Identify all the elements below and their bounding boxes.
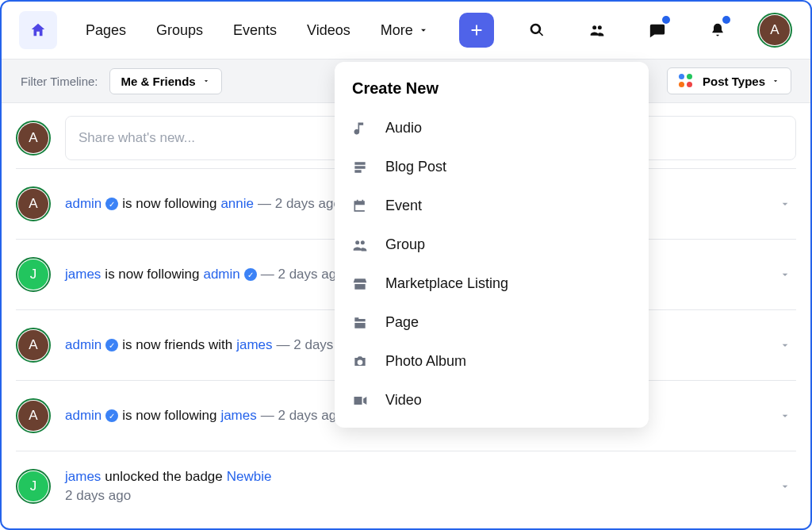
menu-item-label: Audio xyxy=(385,120,422,136)
search-icon xyxy=(529,22,545,38)
feed-avatar[interactable]: J xyxy=(16,257,51,292)
feed-item-menu[interactable] xyxy=(779,268,791,281)
feed-item-menu[interactable] xyxy=(779,198,791,210)
feed-avatar[interactable]: A xyxy=(16,328,51,363)
post-types-label: Post Types xyxy=(703,75,765,88)
actor-link[interactable]: admin xyxy=(65,408,102,424)
feed-verb: unlocked the badge xyxy=(105,469,222,485)
notifications-button[interactable] xyxy=(700,13,735,48)
notification-dot xyxy=(662,16,670,24)
notification-dot xyxy=(722,16,730,24)
chevron-down-icon xyxy=(779,409,791,422)
menu-item-label: Event xyxy=(385,198,422,214)
page-icon xyxy=(352,315,368,331)
avatar: J xyxy=(18,471,48,501)
nav-groups[interactable]: Groups xyxy=(156,22,203,39)
avatar: A xyxy=(18,330,48,360)
grid-dots-icon xyxy=(679,74,693,88)
actor-link[interactable]: admin xyxy=(65,337,102,353)
home-icon xyxy=(29,21,47,39)
create-menu-item-market[interactable]: Marketplace Listing xyxy=(335,264,649,303)
menu-item-label: Blog Post xyxy=(385,159,446,175)
filter-selected: Me & Friends xyxy=(121,75,196,88)
friends-button[interactable] xyxy=(580,13,615,48)
target-link[interactable]: james xyxy=(220,408,256,424)
target-link[interactable]: admin xyxy=(203,267,239,282)
feed-text: jamesunlocked the badgeNewbie2 days ago xyxy=(65,469,271,504)
chat-icon xyxy=(649,21,666,39)
create-menu-item-audio[interactable]: Audio xyxy=(335,109,649,148)
compose-avatar[interactable]: A xyxy=(16,121,51,156)
create-menu-title: Create New xyxy=(335,76,649,109)
feed-avatar[interactable]: J xyxy=(16,469,51,504)
feed-avatar[interactable]: A xyxy=(16,186,51,221)
verified-badge-icon: ✓ xyxy=(244,268,257,281)
feed-text: admin✓is now friends withjames— 2 days a… xyxy=(65,337,359,353)
home-button[interactable] xyxy=(19,11,57,49)
verified-badge-icon: ✓ xyxy=(105,409,118,422)
chevron-down-icon xyxy=(779,268,791,281)
create-menu-item-group[interactable]: Group xyxy=(335,225,649,264)
feed-item: Jjamesunlocked the badgeNewbie2 days ago xyxy=(16,451,796,521)
bell-icon xyxy=(710,21,726,39)
chevron-down-icon xyxy=(779,198,791,210)
plus-icon xyxy=(468,21,485,39)
feed-time: 2 days ago xyxy=(65,488,131,504)
audio-icon xyxy=(352,121,368,136)
create-menu-item-photo[interactable]: Photo Album xyxy=(335,342,649,381)
filter-dropdown[interactable]: Me & Friends xyxy=(109,68,222,94)
blog-icon xyxy=(352,159,368,175)
menu-item-label: Marketplace Listing xyxy=(385,275,508,292)
nav-videos[interactable]: Videos xyxy=(307,22,350,39)
actor-link[interactable]: james xyxy=(65,469,101,485)
avatar: A xyxy=(760,15,790,45)
feed-text: jamesis now followingadmin✓— 2 days ago xyxy=(65,267,344,282)
chevron-down-icon xyxy=(418,25,429,36)
nav-more[interactable]: More xyxy=(381,22,429,39)
nav-more-label: More xyxy=(381,22,413,39)
profile-avatar-button[interactable]: A xyxy=(757,13,792,48)
market-icon xyxy=(352,276,368,292)
verified-badge-icon: ✓ xyxy=(105,198,118,210)
group-icon xyxy=(352,237,368,253)
top-nav: Pages Groups Events Videos More A xyxy=(2,2,810,59)
badge-link[interactable]: Newbie xyxy=(227,469,272,485)
menu-item-label: Page xyxy=(385,314,419,331)
target-link[interactable]: james xyxy=(236,337,272,353)
actor-link[interactable]: james xyxy=(65,267,101,282)
event-icon xyxy=(352,198,368,214)
nav-links: Pages Groups Events Videos More xyxy=(86,22,429,39)
avatar: J xyxy=(18,259,48,290)
verified-badge-icon: ✓ xyxy=(105,339,118,351)
feed-verb: is now friends with xyxy=(122,337,232,353)
actor-link[interactable]: admin xyxy=(65,196,102,212)
post-types-dropdown[interactable]: Post Types xyxy=(667,67,791,94)
avatar: A xyxy=(18,401,48,431)
create-menu-item-video[interactable]: Video xyxy=(335,381,649,420)
messages-button[interactable] xyxy=(640,13,675,48)
menu-item-label: Video xyxy=(385,392,422,409)
caret-down-icon xyxy=(772,77,779,85)
feed-avatar[interactable]: A xyxy=(16,398,51,433)
create-menu-item-event[interactable]: Event xyxy=(335,186,649,225)
feed-text: admin✓is now followingjames— 2 days ago xyxy=(65,408,344,424)
target-link[interactable]: annie xyxy=(220,196,254,212)
feed-time: — 2 days ago xyxy=(261,267,344,282)
create-new-button[interactable] xyxy=(459,13,494,48)
video-icon xyxy=(352,393,368,409)
feed-item-menu[interactable] xyxy=(779,480,791,493)
feed-item-menu[interactable] xyxy=(779,409,791,422)
create-menu-item-blog[interactable]: Blog Post xyxy=(335,148,649,186)
feed-time: — 2 days ago xyxy=(261,408,344,424)
feed-item-menu[interactable] xyxy=(779,339,791,351)
chevron-down-icon xyxy=(779,339,791,351)
search-button[interactable] xyxy=(519,13,554,48)
feed-verb: is now following xyxy=(122,408,216,424)
create-menu-item-page[interactable]: Page xyxy=(335,303,649,342)
nav-pages[interactable]: Pages xyxy=(86,22,126,39)
menu-item-label: Group xyxy=(385,236,425,253)
photo-icon xyxy=(352,354,368,370)
feed-time: — 2 days ago xyxy=(258,196,341,212)
nav-events[interactable]: Events xyxy=(233,22,277,39)
people-icon xyxy=(588,22,607,38)
